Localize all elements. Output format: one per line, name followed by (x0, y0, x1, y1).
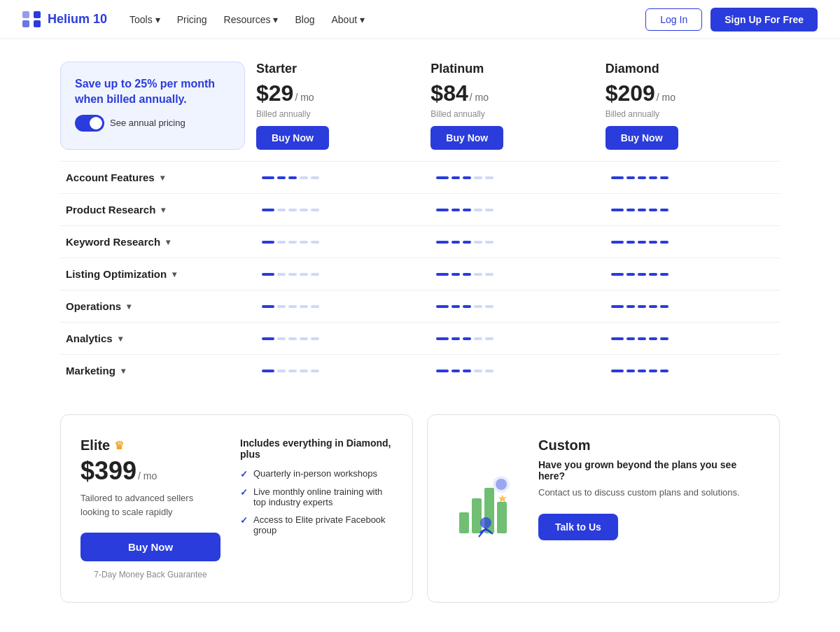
feature-bars-diamond (606, 290, 780, 323)
plan-platinum: Platinum $84/ mo Billed annually Buy Now (430, 56, 605, 155)
elite-benefit-item: ✓Access to Elite private Facebook group (240, 514, 393, 535)
plan-billed-platinum: Billed annually (430, 109, 599, 119)
bottom-cards: Elite ♛ $399 / mo Tailored to advanced s… (60, 414, 780, 603)
feature-bars-starter (256, 226, 430, 258)
plan-name-platinum: Platinum (430, 62, 599, 76)
illustration-svg (451, 470, 521, 547)
chevron-down-icon: ▾ (360, 14, 365, 25)
feature-label[interactable]: Listing Optimization ▾ (66, 268, 251, 280)
feature-bars-platinum (430, 355, 605, 387)
nav-resources[interactable]: Resources ▾ (224, 14, 279, 25)
save-text: Save up to 25% per month when billed ann… (75, 76, 230, 108)
chevron-down-icon: ▾ (127, 302, 131, 311)
chevron-down-icon: ▾ (161, 205, 165, 215)
elite-benefit-item: ✓Live monthly online training with top i… (240, 486, 393, 507)
feature-bars-starter (256, 290, 430, 323)
buy-starter-button[interactable]: Buy Now (256, 126, 329, 150)
plan-starter: Starter $29/ mo Billed annually Buy Now (256, 56, 430, 155)
feature-bars-starter (256, 355, 430, 387)
money-back-label: 7-Day Money Back Guarantee (80, 570, 220, 580)
logo-icon (22, 11, 42, 27)
feature-bars-starter (256, 258, 430, 290)
feature-row: Account Features ▾ (60, 162, 780, 194)
feature-bars-starter (256, 323, 430, 355)
svg-point-5 (496, 479, 507, 490)
custom-question: Have you grown beyond the plans you see … (538, 459, 760, 482)
nav-links: Tools ▾ Pricing Resources ▾ Blog About ▾ (130, 14, 645, 25)
chevron-down-icon: ▾ (166, 237, 170, 247)
feature-bars-platinum (430, 290, 605, 323)
plan-billed-diamond: Billed annually (606, 109, 774, 119)
check-icon: ✓ (240, 515, 248, 526)
nav-about[interactable]: About ▾ (331, 14, 365, 25)
custom-card: Custom Have you grown beyond the plans y… (427, 414, 780, 603)
feature-bars-diamond (606, 323, 780, 355)
feature-label[interactable]: Marketing ▾ (66, 365, 251, 377)
buy-platinum-button[interactable]: Buy Now (430, 126, 503, 150)
feature-label[interactable]: Keyword Research ▾ (66, 236, 251, 248)
svg-rect-1 (472, 498, 482, 533)
toggle-knob (90, 117, 102, 129)
feature-bars-platinum (430, 194, 605, 226)
chevron-down-icon: ▾ (155, 14, 160, 25)
plan-billed-starter: Billed annually (256, 109, 425, 119)
annual-toggle[interactable] (75, 115, 104, 132)
svg-point-6 (480, 517, 491, 528)
elite-desc: Tailored to advanced sellers looking to … (80, 491, 220, 519)
logo-text: Helium 10 (48, 12, 107, 27)
feature-bars-platinum (430, 258, 605, 290)
nav-blog[interactable]: Blog (295, 14, 314, 25)
feature-label[interactable]: Operations ▾ (66, 300, 251, 312)
chevron-down-icon: ▾ (273, 14, 278, 25)
logo[interactable]: Helium 10 (22, 11, 107, 27)
custom-illustration (447, 437, 524, 580)
chevron-down-icon: ▾ (121, 366, 125, 376)
buy-diamond-button[interactable]: Buy Now (606, 126, 678, 150)
elite-title: Elite ♛ (80, 437, 220, 454)
plan-price-starter: $29/ mo (256, 80, 425, 106)
svg-rect-0 (459, 512, 469, 533)
pricing-header: Save up to 25% per month when billed ann… (60, 56, 780, 155)
elite-includes-title: Includes everything in Diamond, plus (240, 437, 393, 460)
nav-actions: Log In Sign Up For Free (645, 8, 818, 31)
feature-label[interactable]: Analytics ▾ (66, 332, 251, 344)
feature-bars-diamond (606, 226, 780, 258)
elite-benefits-list: ✓Quarterly in-person workshops✓Live mont… (240, 468, 393, 535)
feature-bars-platinum (430, 226, 605, 258)
elite-price: $399 / mo (80, 456, 220, 486)
login-button[interactable]: Log In (645, 8, 702, 31)
chevron-down-icon: ▾ (118, 334, 122, 344)
feature-bars-platinum (430, 323, 605, 355)
signup-button[interactable]: Sign Up For Free (710, 8, 818, 31)
feature-bars-diamond (606, 162, 780, 194)
nav-tools[interactable]: Tools ▾ (130, 14, 160, 25)
feature-label[interactable]: Account Features ▾ (66, 171, 251, 183)
plan-name-starter: Starter (256, 62, 425, 76)
feature-bars-starter (256, 162, 430, 194)
feature-bars-diamond (606, 194, 780, 226)
pricing-page: Save up to 25% per month when billed ann… (49, 39, 791, 632)
chevron-down-icon: ▾ (172, 269, 176, 279)
talk-to-us-button[interactable]: Talk to Us (538, 514, 618, 540)
plan-price-diamond: $209/ mo (606, 80, 774, 106)
plan-name-diamond: Diamond (606, 62, 774, 76)
feature-label[interactable]: Product Research ▾ (66, 204, 251, 216)
feature-row: Product Research ▾ (60, 194, 780, 226)
elite-includes: Includes everything in Diamond, plus ✓Qu… (240, 437, 393, 580)
chevron-down-icon: ▾ (160, 173, 164, 183)
crown-icon: ♛ (114, 439, 124, 452)
toggle-row: See annual pricing (75, 115, 230, 132)
elite-card: Elite ♛ $399 / mo Tailored to advanced s… (60, 414, 413, 603)
feature-row: Operations ▾ (60, 290, 780, 323)
custom-content: Custom Have you grown beyond the plans y… (538, 437, 760, 580)
buy-elite-button[interactable]: Buy Now (80, 533, 220, 561)
feature-row: Keyword Research ▾ (60, 226, 780, 258)
feature-row: Analytics ▾ (60, 323, 780, 355)
toggle-label: See annual pricing (110, 118, 186, 128)
check-icon: ✓ (240, 487, 248, 498)
svg-rect-3 (497, 502, 507, 533)
plan-diamond: Diamond $209/ mo Billed annually Buy Now (606, 56, 780, 155)
feature-row: Listing Optimization ▾ (60, 258, 780, 290)
nav-pricing[interactable]: Pricing (177, 14, 207, 25)
feature-bars-diamond (606, 258, 780, 290)
